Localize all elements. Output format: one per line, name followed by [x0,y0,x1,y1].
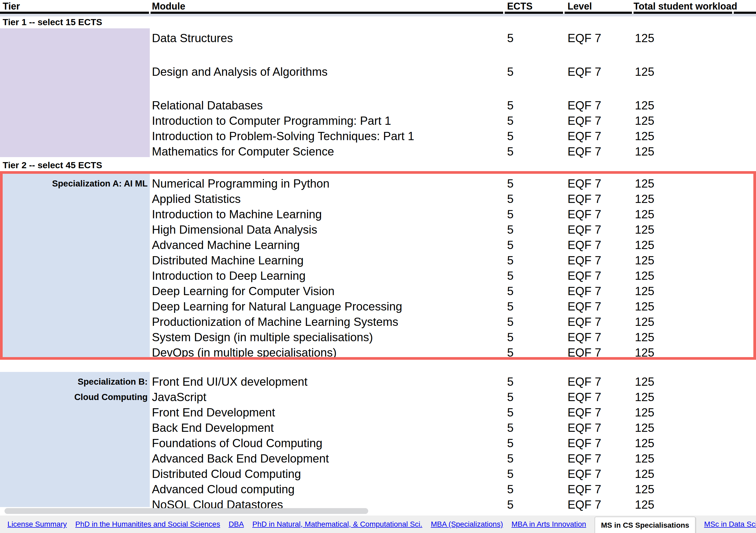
ects-cell: 5 [504,142,563,157]
workload-cell: 125 [632,111,733,127]
ects-cell: 5 [504,111,563,127]
specialization-a-rows: Specialization A: AI MLNumerical Program… [0,174,756,358]
table-row: Foundations of Cloud Computing5EQF 7125 [0,433,756,449]
table-row: Introduction to Machine Learning5EQF 712… [0,205,756,220]
level-cell: EQF 7 [563,495,632,511]
table-row: Specialization B:Front End UI/UX develop… [0,372,756,387]
workload-cell: 125 [632,266,733,282]
sheet-tab[interactable]: License Summary [8,520,67,528]
header-underline [565,12,632,14]
tier-label-cell: Specialization B: [0,372,150,388]
level-cell: EQF 7 [563,205,632,220]
spreadsheet-page: Tier Module ECTS Level Total student wor… [0,0,756,533]
header-underline [505,12,563,14]
table-row: High Dimensional Data Analysis5EQF 7125 [0,220,756,235]
tier1-rows: Data Structures5EQF 7125Design and Analy… [0,28,756,157]
module-cell: Front End Development [150,403,504,418]
ects-cell: 5 [504,464,563,480]
ects-cell: 5 [504,220,563,236]
workload-cell: 125 [632,387,733,403]
level-cell: EQF 7 [563,297,632,312]
sheet-tab[interactable]: MBA (Specializations) [431,520,503,528]
module-cell: Advanced Cloud computing [150,479,504,495]
sheet-tab[interactable]: PhD in Natural, Mathematical, & Computat… [252,520,422,528]
module-cell: Deep Learning for Computer Vision [150,281,504,297]
workload-cell: 125 [632,495,733,511]
specialization-b-rows: Specialization B:Front End UI/UX develop… [0,372,756,510]
level-cell: EQF 7 [563,189,632,205]
workload-cell: 125 [632,327,733,343]
ects-cell: 5 [504,327,563,343]
sheet-tab[interactable]: PhD in the Humanitites and Social Scienc… [75,520,220,528]
table-row: Introduction to Deep Learning5EQF 7125 [0,266,756,281]
tier2-section-header: Tier 2 -- select 45 ECTS [3,159,102,171]
level-cell: EQF 7 [563,449,632,464]
workload-cell: 125 [632,251,733,266]
sheet-tab-active[interactable]: MS in CS Specialisations [595,517,695,533]
module-cell: Relational Databases [150,96,504,111]
ects-cell: 5 [504,403,563,418]
table-row: System Design (in multiple specialisatio… [0,327,756,343]
tier-label-cell [0,142,150,157]
tier-label-cell [0,464,150,480]
level-cell: EQF 7 [563,372,632,388]
workload-cell: 125 [632,142,733,157]
level-cell: EQF 7 [563,312,632,328]
sheet-tab[interactable]: DBA [229,520,244,528]
module-cell: Front End UI/UX development [150,372,504,388]
module-cell: JavaScript [150,387,504,403]
workload-cell: 125 [632,372,733,388]
table-row: Mathematics for Computer Science5EQF 712… [0,142,756,157]
sheet-tab[interactable]: MBA in Arts Innovation [511,520,586,528]
tier-label-cell [0,96,150,111]
workload-cell: 125 [632,449,733,464]
workload-cell: 125 [632,62,733,96]
level-cell: EQF 7 [563,433,632,449]
horizontal-scrollbar[interactable] [5,508,368,514]
tier-label-cell [0,433,150,449]
workload-cell: 125 [632,220,733,236]
tier-label-cell [0,235,150,251]
tier-label-cell [0,111,150,127]
ects-cell: 5 [504,297,563,312]
level-cell: EQF 7 [563,220,632,236]
module-cell: Advanced Machine Learning [150,235,504,251]
sheet-tab[interactable]: MSc in Data Science [704,520,756,528]
table-row: Data Structures5EQF 7125 [0,28,756,62]
ects-cell: 5 [504,312,563,328]
ects-cell: 5 [504,387,563,403]
column-header-workload: Total student workload [634,0,737,12]
ects-cell: 5 [504,449,563,464]
workload-cell: 125 [632,281,733,297]
table-row: Distributed Cloud Computing5EQF 7125 [0,464,756,479]
table-row: Introduction to Problem-Solving Techniqu… [0,126,756,142]
tier-label-cell [0,251,150,266]
level-cell: EQF 7 [563,62,632,96]
module-cell: Productionization of Machine Learning Sy… [150,312,504,328]
tier-label-cell [0,449,150,464]
level-cell: EQF 7 [563,403,632,418]
module-cell: System Design (in multiple specialisatio… [150,327,504,343]
module-cell: Foundations of Cloud Computing [150,433,504,449]
tier-label-cell [0,312,150,328]
module-cell: High Dimensional Data Analysis [150,220,504,236]
workload-cell: 125 [632,464,733,480]
column-header-module: Module [152,0,185,12]
level-cell: EQF 7 [563,251,632,266]
workload-cell: 125 [632,96,733,111]
level-cell: EQF 7 [563,327,632,343]
table-row: Deep Learning for Natural Language Proce… [0,297,756,312]
table-row: Back End Development5EQF 7125 [0,418,756,433]
header-underline [150,12,503,14]
module-cell: Design and Analysis of Algorithms [150,62,504,96]
tier-label-cell [0,220,150,236]
column-header-tier: Tier [3,0,20,12]
workload-cell: 125 [632,312,733,328]
module-cell: Data Structures [150,28,504,62]
ects-cell: 5 [504,96,563,111]
level-cell: EQF 7 [563,28,632,62]
ects-cell: 5 [504,266,563,282]
workload-cell: 125 [632,403,733,418]
workload-cell: 125 [632,126,733,142]
tier-label-cell [0,281,150,297]
